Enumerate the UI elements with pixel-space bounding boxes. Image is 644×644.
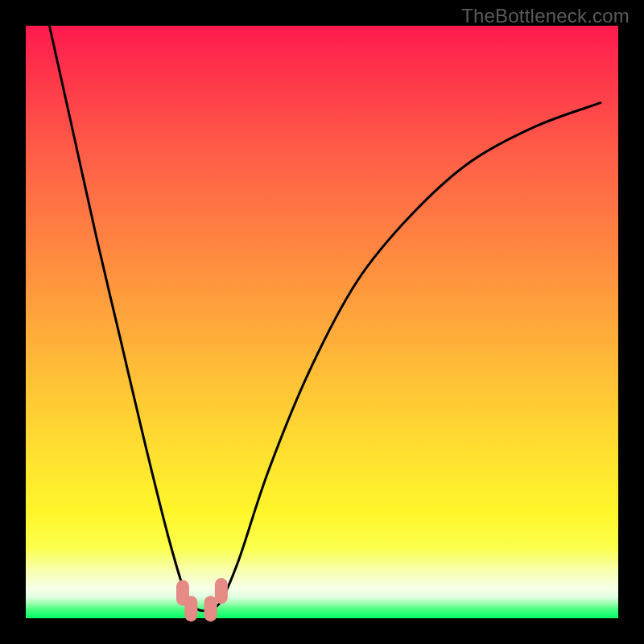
bottleneck-curve (49, 26, 601, 611)
curve-marker (204, 596, 217, 621)
curve-marker (215, 578, 228, 604)
curve-svg (26, 26, 618, 618)
marker-group (176, 578, 228, 621)
plot-area (26, 26, 618, 618)
watermark-text: TheBottleneck.com (461, 5, 630, 27)
chart-stage: TheBottleneck.com (0, 0, 644, 644)
curve-line (49, 26, 601, 611)
curve-marker (184, 596, 197, 621)
